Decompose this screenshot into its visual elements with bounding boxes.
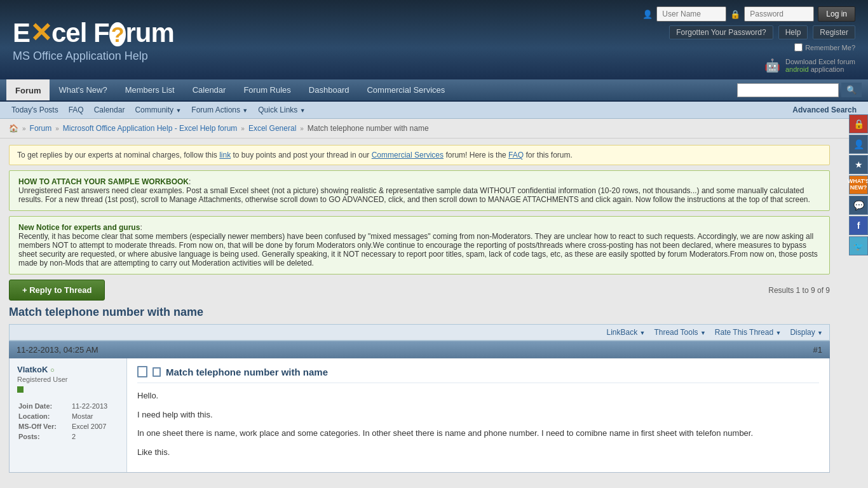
post-number: #1 [813,345,822,355]
post-title-text: Match telephone number with name [166,367,328,377]
community-dropdown-arrow [175,105,181,114]
android-suffix: application [811,65,844,73]
quick-links-dropdown-arrow [300,105,306,114]
display-link[interactable]: Display [790,328,823,337]
breadcrumb: 🏠 » Forum » Microsoft Office Application… [0,119,868,139]
ms-off-value: Excel 2007 [72,422,118,431]
ms-off-label: MS-Off Ver: [18,422,71,431]
android-icon: 🤖 [764,58,780,73]
thread-title: Match telephone number with name [9,306,830,319]
help-link[interactable]: Help [778,25,808,39]
post-paragraph-1: Hello. [137,390,819,402]
nav-members-list[interactable]: Members List [116,80,184,100]
lock-sidebar-icon: 🔒 [853,119,864,129]
user-info-table: Join Date: 11-22-2013 Location: Mostar M… [17,400,119,442]
online-indicator: ○ [50,366,55,374]
nav-dashboard[interactable]: Dashboard [300,80,358,100]
login-area: 👤 🔒 Log in [642,6,855,22]
sidebar-facebook-button[interactable]: f [849,216,868,235]
sidebar-twitter-button[interactable]: 🐦 [849,236,868,255]
logo-rum: rum [126,18,174,48]
top-notice-text4: for this forum. [526,151,572,159]
nav-forum-rules[interactable]: Forum Rules [234,80,299,100]
linkback-link[interactable]: LinkBack [606,328,645,337]
logo-x-icon: ✕ [30,18,51,48]
workbook-notice-title: HOW TO ATTACH YOUR SAMPLE WORKBOOK [18,177,189,186]
header-right: 👤 🔒 Log in Forgotten Your Password? Help… [642,6,855,73]
sub-navbar: Today's Posts FAQ Calendar Community For… [0,102,868,119]
sidebar-profile-button[interactable]: 👤 [849,135,868,154]
sidebar-star-button[interactable]: ★ [849,155,868,174]
subnav-community[interactable]: Community [130,104,186,116]
nav-forum[interactable]: Forum [6,79,50,100]
top-notice-text2: to buy points and post your thread in ou… [233,151,370,159]
join-date-label: Join Date: [18,402,71,410]
password-input[interactable] [744,6,814,22]
username-input[interactable] [656,6,726,22]
logo-ex: E [13,18,30,48]
facebook-sidebar-icon: f [857,220,860,231]
register-link[interactable]: Register [813,25,855,39]
remember-me-checkbox[interactable] [794,43,803,51]
commercial-services-link[interactable]: Commercial Services [372,151,444,159]
logo-subtitle: MS Office Application Help [13,50,174,63]
subnav-forum-actions[interactable]: Forum Actions [186,104,253,116]
buy-points-link[interactable]: link [219,151,231,159]
android-link[interactable]: android [785,65,809,73]
android-download-area: 🤖 Download Excel forum android applicati… [764,58,855,73]
reputation-bar [17,386,24,393]
nav-commercial-services[interactable]: Commercial Services [358,80,454,100]
breadcrumb-home-icon[interactable]: 🏠 [9,124,18,133]
remember-me-label: Remember Me? [805,44,855,51]
faq-link[interactable]: FAQ [508,151,524,159]
nav-whats-new[interactable]: What's New? [50,80,116,100]
forgotten-password-link[interactable]: Forgotten Your Password? [669,25,773,39]
breadcrumb-excel-general[interactable]: Excel General [248,124,296,133]
post-paragraph-3: In one sheet there is name, work place a… [137,427,819,440]
post-header: 11-22-2013, 04:25 AM #1 [9,341,830,358]
username-text: VlatkoK [17,365,48,374]
sidebar-lock-button[interactable]: 🔒 [849,114,868,133]
sidebar-comment-button[interactable]: 💬 [849,196,868,215]
new-notice-title: New Notice for experts and gurus [18,223,140,232]
post-paragraph-4: Like this. [137,446,819,459]
rate-this-thread-link[interactable]: Rate This Thread [715,328,782,337]
sidebar-new-button[interactable]: WHAT'SNEW? [849,175,868,194]
subnav-quick-links[interactable]: Quick Links [253,104,310,116]
location-row: Location: Mostar [18,412,118,421]
user-title: Registered User [17,376,119,383]
thread-tools-link[interactable]: Thread Tools [654,328,705,337]
breadcrumb-current: Match telephone number with name [308,124,429,133]
location-label: Location: [18,412,71,421]
workbook-colon: : [189,177,191,186]
login-button[interactable]: Log in [818,6,855,22]
new-notice-text: Recently, it has become clear that some … [18,232,818,268]
star-sidebar-icon: ★ [855,159,863,170]
logo-area: E✕cel F?rum MS Office Application Help [13,17,174,63]
thread-tools-dropdown-arrow [700,328,706,337]
subnav-calendar[interactable]: Calendar [89,104,130,116]
logo-question-icon: ? [109,22,126,46]
new-notice-box: New Notice for experts and gurus: Recent… [9,216,830,274]
display-dropdown-arrow [817,328,823,337]
nav-search-input[interactable] [737,83,839,97]
location-value: Mostar [72,412,118,421]
breadcrumb-sep-3: » [241,125,245,132]
breadcrumb-forum[interactable]: Forum [30,124,52,133]
reply-to-thread-button[interactable]: + Reply to Thread [9,280,105,301]
nav-calendar[interactable]: Calendar [184,80,235,100]
remember-me-area: Remember Me? [794,43,855,51]
right-floating-sidebar: 🔒 👤 ★ WHAT'SNEW? 💬 f 🐦 [849,114,868,255]
site-logo: E✕cel F?rum [13,17,174,48]
forum-actions-dropdown-arrow [242,105,248,114]
posts-label: Posts: [18,432,71,441]
android-download-label: Download Excel forum [785,58,855,65]
subnav-faq[interactable]: FAQ [64,104,89,116]
subnav-todays-posts[interactable]: Today's Posts [6,104,64,116]
workbook-notice-box: HOW TO ATTACH YOUR SAMPLE WORKBOOK: Unre… [9,170,830,211]
nav-search-button[interactable]: 🔍 [841,83,862,97]
post-icon [153,367,161,377]
post-author-sidebar: VlatkoK ○ Registered User Join Date: 11-… [10,358,127,472]
thread-options-bar: LinkBack Thread Tools Rate This Thread D… [9,324,830,341]
breadcrumb-excel-help[interactable]: Microsoft Office Application Help - Exce… [63,124,238,133]
